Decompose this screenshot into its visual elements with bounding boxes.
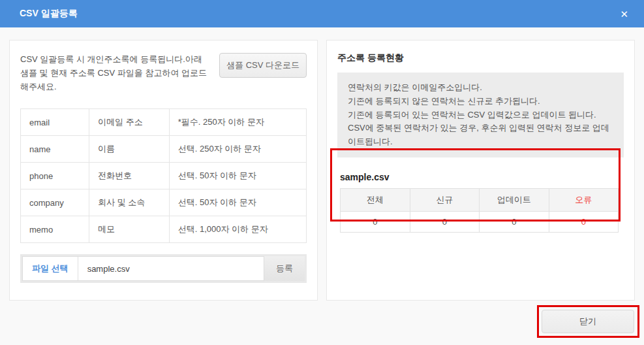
field-key: email [21,109,89,136]
table-row: memo 메모 선택. 1,000자 이하 문자 [21,216,307,243]
field-label: 이메일 주소 [89,109,170,136]
field-rule: *필수. 250자 이하 문자 [169,109,306,136]
table-row: 전체 신규 업데이트 오류 [341,188,619,211]
table-row: phone 전화번호 선택. 50자 이하 문자 [21,163,307,189]
upload-submit-button[interactable]: 등록 [264,256,305,281]
csv-upload-panel: CSV 일괄등록 시 개인주소록에 등록됩니다.아래 샘플 및 현재 주소록 C… [9,40,318,301]
field-label: 전화번호 [89,163,170,189]
col-updated: 업데이트 [480,188,549,211]
field-rule: 선택. 50자 이하 문자 [169,163,306,189]
status-heading: 주소록 등록현황 [337,51,624,64]
csv-field-spec-table: email 이메일 주소 *필수. 250자 이하 문자 name 이름 선택.… [20,108,307,243]
info-box: 연락처의 키값은 이메일주소입니다. 기존에 등록되지 않은 연락처는 신규로 … [337,73,624,157]
field-label: 이름 [89,136,170,163]
col-new: 신규 [410,188,480,211]
info-line: 기존에 등록되어 있는 연락처는 CSV 입력값으로 업데이트 됩니다. [348,108,613,122]
table-row: company 회사 및 소속 선택. 50자 이하 문자 [21,189,307,216]
table-row: 0 0 0 0 [341,211,619,232]
info-line: CSV에 중복된 연락처가 있는 경우, 후순위 입력된 연락처 정보로 업데이… [348,122,613,149]
field-key: phone [21,163,89,189]
close-icon[interactable]: ✕ [620,9,628,19]
value-new: 0 [410,211,480,232]
col-error: 오류 [549,188,619,211]
upload-description: CSV 일괄등록 시 개인주소록에 등록됩니다.아래 샘플 및 현재 주소록 C… [20,51,219,93]
modal-title: CSV 일괄등록 [20,8,78,20]
field-rule: 선택. 50자 이하 문자 [169,189,306,216]
info-line: 연락처의 키값은 이메일주소입니다. [348,81,613,95]
close-button[interactable]: 닫기 [542,310,634,333]
file-select-button[interactable]: 파일 선택 [23,257,78,280]
field-rule: 선택. 1,000자 이하 문자 [169,216,306,243]
value-total: 0 [341,211,410,232]
field-label: 메모 [89,216,170,243]
value-error: 0 [549,211,619,232]
table-row: email 이메일 주소 *필수. 250자 이하 문자 [21,109,307,136]
upload-result-section: sample.csv 전체 신규 업데이트 오류 0 0 0 0 [337,172,624,233]
field-key: company [21,189,89,216]
file-input-field[interactable]: 파일 선택 sample.csv [22,256,264,281]
col-total: 전체 [341,188,410,211]
field-key: name [21,136,89,163]
file-upload-row: 파일 선택 sample.csv 등록 [20,254,307,283]
value-updated: 0 [480,211,549,232]
selected-file-name: sample.csv [78,264,130,274]
field-rule: 선택. 250자 이하 문자 [169,136,306,163]
table-row: name 이름 선택. 250자 이하 문자 [21,136,307,163]
modal-header: CSV 일괄등록 ✕ [0,0,644,27]
info-line: 기존에 등록되지 않은 연락처는 신규로 추가됩니다. [348,95,613,108]
result-file-name: sample.csv [340,172,624,182]
field-key: memo [21,216,89,243]
field-label: 회사 및 소속 [89,189,170,216]
registration-status-panel: 주소록 등록현황 연락처의 키값은 이메일주소입니다. 기존에 등록되지 않은 … [326,40,635,301]
sample-csv-download-button[interactable]: 샘플 CSV 다운로드 [219,53,307,78]
upload-result-table: 전체 신규 업데이트 오류 0 0 0 0 [340,188,619,233]
